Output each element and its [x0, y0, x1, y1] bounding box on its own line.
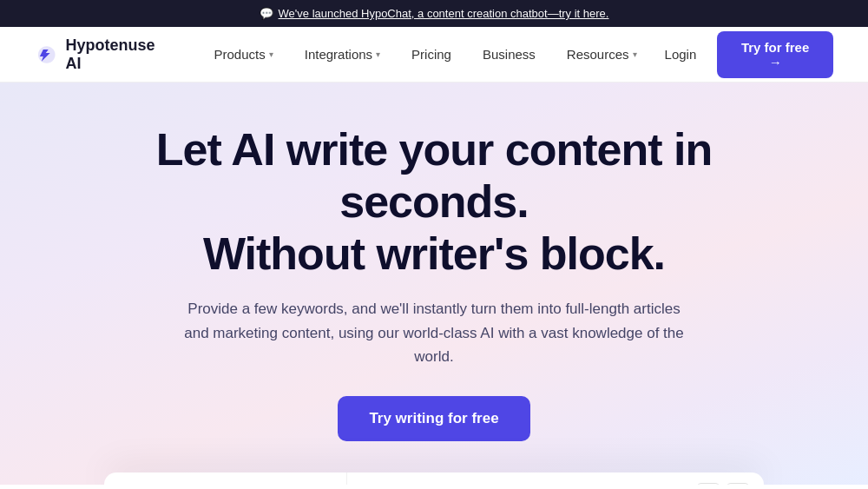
- logo-text: Hypotenuse AI: [65, 36, 172, 73]
- announcement-link[interactable]: We've launched HypoChat, a content creat…: [279, 7, 609, 20]
- nav-business[interactable]: Business: [469, 40, 549, 69]
- nav-pricing[interactable]: Pricing: [398, 40, 465, 69]
- demo-left-panel: Using Bullet Points for Maximum Impact ✓…: [104, 472, 347, 485]
- translate-button[interactable]: A↔: [696, 483, 720, 485]
- nav-integrations[interactable]: Integrations ▾: [291, 40, 394, 69]
- logo[interactable]: Hypotenuse AI: [35, 36, 173, 73]
- announcement-icon: 💬: [260, 7, 273, 20]
- chevron-down-icon: ▾: [633, 50, 637, 59]
- logo-icon: [35, 43, 58, 67]
- demo-card: Using Bullet Points for Maximum Impact ✓…: [104, 472, 764, 485]
- hero-subtitle: Provide a few keywords, and we'll instan…: [174, 297, 694, 368]
- chevron-down-icon: ▾: [376, 50, 380, 59]
- nav-products[interactable]: Products ▾: [201, 40, 287, 69]
- login-button[interactable]: Login: [651, 40, 711, 69]
- hero-section: Let AI write your content in seconds. Wi…: [0, 83, 868, 485]
- demo-right-panel: | ⤴ Share A↔ + B I U: [347, 472, 764, 485]
- try-free-button[interactable]: Try for free →: [717, 31, 833, 78]
- chevron-down-icon: ▾: [269, 50, 273, 59]
- nav-links: Products ▾ Integrations ▾ Pricing Busine…: [201, 40, 651, 69]
- navbar: Hypotenuse AI Products ▾ Integrations ▾ …: [0, 27, 868, 83]
- demo-right-actions: ⤴ Share A↔ +: [638, 483, 750, 485]
- add-button[interactable]: +: [726, 483, 750, 485]
- announcement-bar: 💬 We've launched HypoChat, a content cre…: [0, 0, 868, 27]
- hero-title: Let AI write your content in seconds. Wi…: [78, 124, 790, 280]
- nav-actions: Login Try for free →: [651, 31, 833, 78]
- demo-right-header: | ⤴ Share A↔ +: [361, 483, 750, 485]
- try-writing-button[interactable]: Try writing for free: [338, 396, 529, 441]
- nav-resources[interactable]: Resources ▾: [553, 40, 651, 69]
